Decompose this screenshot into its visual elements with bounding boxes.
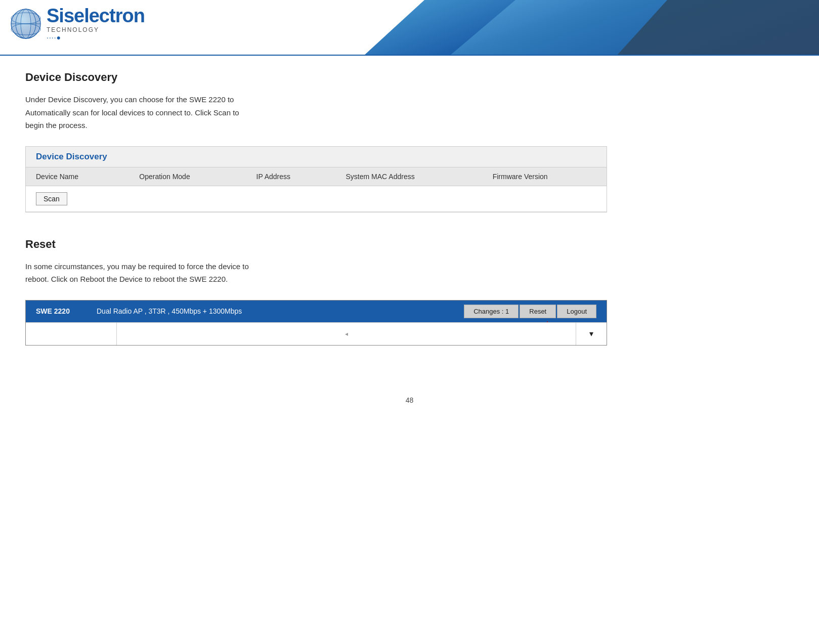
reset-section: Reset In some circumstances, you may be … [25, 238, 794, 346]
discovery-table: Device Name Operation Mode IP Address Sy… [26, 167, 607, 212]
desc-line2: Automatically scan for local devices to … [25, 108, 239, 117]
desc-line1: Under Device Discovery, you can choose f… [25, 95, 234, 104]
main-content: Device Discovery Under Device Discovery,… [0, 56, 819, 381]
scroll-indicator: ◂ [345, 330, 348, 337]
reset-desc-line1: In some circumstances, you may be requir… [25, 262, 249, 271]
scan-row: Scan [26, 186, 607, 211]
discovery-panel-header: Device Discovery [26, 147, 607, 167]
device-bar-bottom: ◂ ▾ [26, 322, 607, 345]
logo-text: Siselectron TECHNOLOGY ····● [47, 6, 145, 41]
reset-button[interactable]: Reset [520, 305, 556, 318]
col-firmware: Firmware Version [483, 167, 607, 186]
changes-button[interactable]: Changes : 1 [464, 305, 519, 318]
reset-desc-line2: reboot. Click on Reboot the Device to re… [25, 275, 228, 283]
device-discovery-section: Device Discovery Under Device Discovery,… [25, 71, 794, 212]
svg-point-7 [11, 9, 40, 38]
reset-description: In some circumstances, you may be requir… [25, 260, 309, 286]
page-number: 48 [0, 381, 819, 414]
reset-heading: Reset [25, 238, 794, 251]
col-operation-mode: Operation Mode [129, 167, 246, 186]
col-mac-address: System MAC Address [336, 167, 483, 186]
device-bar-name: SWE 2220 [36, 307, 81, 315]
logout-button[interactable]: Logout [557, 305, 596, 318]
brand-name: Siselectron [47, 6, 145, 25]
logo-dots: ····● [47, 33, 145, 41]
page-num-text: 48 [406, 396, 414, 404]
table-header-row: Device Name Operation Mode IP Address Sy… [26, 167, 607, 186]
technology-label: TECHNOLOGY [47, 26, 145, 33]
device-bar-bottom-left [26, 323, 117, 345]
scan-button[interactable]: Scan [36, 192, 67, 205]
scan-cell: Scan [26, 186, 607, 211]
device-discovery-description: Under Device Discovery, you can choose f… [25, 93, 309, 132]
logo: Siselectron TECHNOLOGY ····● [0, 0, 819, 48]
device-discovery-heading: Device Discovery [25, 71, 794, 84]
device-bar-bottom-right: ▾ [576, 323, 607, 345]
col-device-name: Device Name [26, 167, 129, 186]
col-ip-address: IP Address [246, 167, 336, 186]
device-bar-wrapper: SWE 2220 Dual Radio AP , 3T3R , 450Mbps … [25, 300, 607, 346]
device-bar-buttons: Changes : 1 Reset Logout [464, 305, 596, 318]
header: Siselectron TECHNOLOGY ····● [0, 0, 819, 56]
device-bar-description: Dual Radio AP , 3T3R , 450Mbps + 1300Mbp… [97, 307, 449, 315]
device-bar: SWE 2220 Dual Radio AP , 3T3R , 450Mbps … [26, 300, 607, 322]
scroll-down-icon: ▾ [589, 329, 593, 338]
discovery-panel: Device Discovery Device Name Operation M… [25, 146, 607, 212]
desc-line3: begin the process. [25, 121, 88, 130]
discovery-panel-title: Device Discovery [36, 152, 107, 161]
globe-icon [10, 8, 41, 39]
device-bar-bottom-mid: ◂ [117, 323, 576, 345]
